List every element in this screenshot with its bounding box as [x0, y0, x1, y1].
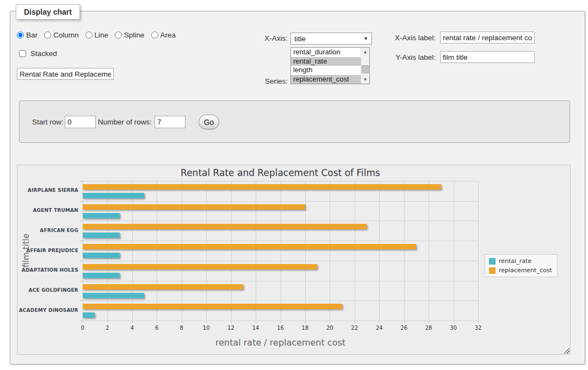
- gridline-y: [83, 181, 478, 181]
- chart-title: Rental Rate and Replacement Cost of Film…: [83, 167, 478, 178]
- x-tick-label: 24: [376, 325, 383, 331]
- y-axis-label-caption: Y-Axis label:: [358, 53, 436, 61]
- series-option-length[interactable]: length: [291, 66, 361, 75]
- display-chart-fieldset: Display chart BarColumnLineSplineArea St…: [10, 11, 585, 365]
- chart-type-option-label: Spline: [124, 31, 145, 39]
- gridline-y: [83, 201, 478, 202]
- legend-swatch: [489, 258, 496, 265]
- chart-type-option-line[interactable]: Line: [85, 31, 109, 39]
- fieldset-legend: Display chart: [16, 4, 80, 20]
- bar-replacement_cost: [83, 264, 317, 269]
- series-list-label: Series:: [228, 77, 288, 85]
- series-option-replacement_cost[interactable]: replacement_cost: [291, 75, 361, 84]
- x-tick-label: 22: [351, 325, 358, 331]
- stacked-checkbox[interactable]: [19, 50, 26, 57]
- gridline-x: [132, 181, 133, 321]
- y-axis-tick: [80, 181, 83, 181]
- bar-replacement_cost: [83, 224, 367, 229]
- chart-container: Rental Rate and Replacement Cost of Film…: [17, 165, 571, 355]
- gridline-x: [206, 181, 207, 321]
- gridline-y: [83, 221, 478, 221]
- y-axis-tick: [80, 241, 83, 241]
- scrollbar-thumb[interactable]: [362, 65, 369, 73]
- category-label: AIRPLANE SIERRA: [17, 187, 78, 193]
- gridline-x: [454, 181, 454, 321]
- start-row-input[interactable]: [65, 116, 96, 128]
- gridline-y: [83, 321, 478, 321]
- go-button[interactable]: Go: [199, 115, 219, 129]
- legend-swatch: [489, 267, 496, 274]
- bar-replacement_cost: [83, 244, 416, 249]
- gridline-x: [305, 181, 306, 321]
- x-tick-label: 18: [302, 325, 309, 331]
- chart-type-radio-bar[interactable]: [17, 32, 24, 39]
- stacked-row: Stacked: [17, 48, 57, 59]
- legend-item-rental_rate[interactable]: rental_rate: [489, 258, 552, 265]
- x-tick-label: 28: [425, 325, 432, 331]
- y-axis-tick: [80, 201, 83, 202]
- gridline-x: [404, 181, 405, 321]
- resize-handle-icon[interactable]: [564, 348, 570, 354]
- y-axis-tick: [80, 221, 83, 221]
- number-of-rows-input[interactable]: [154, 116, 185, 128]
- bar-rental_rate: [83, 233, 120, 238]
- chart-type-option-label: Bar: [26, 31, 38, 39]
- x-tick-label: 2: [106, 325, 109, 331]
- gridline-x: [182, 181, 182, 321]
- x-tick-label: 16: [277, 325, 284, 331]
- chart-type-option-area[interactable]: Area: [151, 31, 176, 39]
- category-label: ACADEMY DINOSAUR: [17, 308, 78, 313]
- bar-replacement_cost: [83, 284, 243, 290]
- start-row-label: Start row:: [32, 118, 64, 126]
- chart-type-radio-area[interactable]: [151, 32, 158, 39]
- category-label: ADAPTATION HOLES: [17, 267, 78, 273]
- gridline-x: [379, 181, 380, 321]
- x-axis-select-value: title: [294, 35, 306, 43]
- x-tick-label: 20: [326, 325, 333, 331]
- legend-label: replacement_cost: [499, 267, 552, 274]
- series-option-rental_duration[interactable]: rental_duration: [291, 48, 361, 57]
- gridline-x: [429, 181, 429, 321]
- bar-rental_rate: [83, 193, 144, 198]
- page: Display chart BarColumnLineSplineArea St…: [0, 0, 588, 370]
- chart-type-option-column[interactable]: Column: [44, 31, 79, 39]
- y-axis-tick: [80, 321, 83, 321]
- y-axis-tick: [80, 281, 83, 281]
- chart-title-input[interactable]: [17, 68, 114, 80]
- gridline-x: [355, 181, 355, 321]
- bar-replacement_cost: [83, 184, 441, 190]
- x-axis-label-input[interactable]: [440, 32, 535, 43]
- category-label: AFFAIR PREJUDICE: [17, 248, 78, 253]
- bar-replacement_cost: [83, 204, 305, 210]
- bar-rental_rate: [83, 253, 120, 258]
- gridline-y: [83, 281, 478, 281]
- gridline-x: [330, 181, 330, 321]
- gridline-y: [83, 241, 478, 241]
- y-axis-label-input[interactable]: [440, 51, 535, 63]
- chart-type-radio-line[interactable]: [85, 32, 92, 39]
- chart-type-option-bar[interactable]: Bar: [17, 31, 38, 39]
- chart-type-option-spline[interactable]: Spline: [115, 31, 145, 39]
- x-tick-label: 8: [180, 325, 183, 331]
- chart-type-radio-column[interactable]: [44, 32, 51, 39]
- series-options: rental_durationrental_ratelengthreplacem…: [291, 48, 361, 84]
- bar-replacement_cost: [83, 304, 342, 309]
- bar-rental_rate: [83, 293, 144, 298]
- bar-rental_rate: [83, 312, 95, 318]
- series-option-rental_rate[interactable]: rental_rate: [291, 57, 361, 66]
- x-tick-label: 14: [252, 325, 259, 331]
- scroll-down-icon[interactable]: ▼: [361, 76, 369, 84]
- stacked-label: Stacked: [30, 49, 57, 58]
- chart-type-radio-spline[interactable]: [115, 32, 122, 39]
- x-tick-label: 30: [450, 325, 457, 331]
- gridline-x: [281, 181, 281, 321]
- category-label: AGENT TRUMAN: [17, 208, 78, 213]
- chart-type-option-label: Line: [95, 31, 109, 39]
- bar-rental_rate: [83, 213, 120, 218]
- gridline-x: [107, 181, 108, 321]
- legend-item-replacement_cost[interactable]: replacement_cost: [489, 267, 552, 274]
- plot-area: [83, 181, 478, 321]
- x-tick-label: 10: [203, 325, 210, 331]
- gridline-y: [83, 300, 478, 301]
- chart-legend: rental_ratereplacement_cost: [485, 254, 558, 277]
